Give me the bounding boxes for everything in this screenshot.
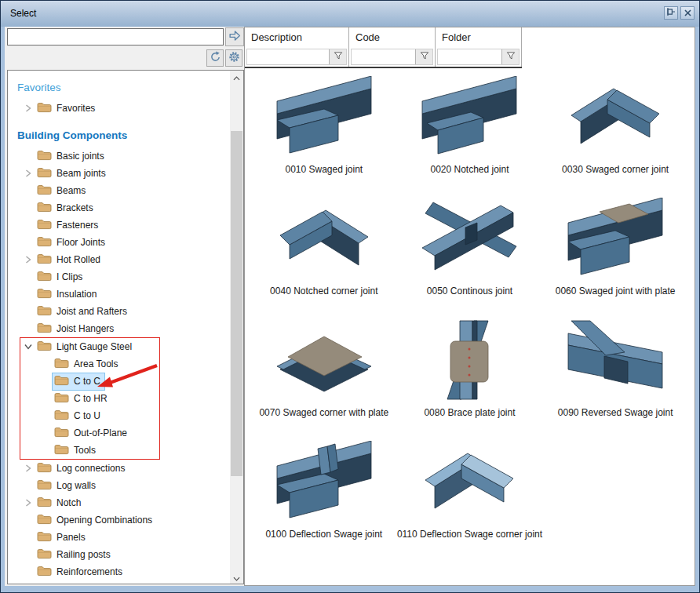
tree-item-label: Brackets [57,202,93,213]
chevron-right-icon[interactable] [22,169,35,177]
tree-item-label: Hot Rolled [57,254,100,265]
refresh-button[interactable] [206,49,224,67]
search-go-button[interactable] [225,27,244,46]
folder-icon [37,102,52,115]
filter-button-folder[interactable] [501,49,519,64]
chevron-right-icon[interactable] [22,464,35,472]
tree-item-beam-joints[interactable]: Beam joints [16,165,230,182]
tree-item-label: Fasteners [57,220,98,231]
component-card-0110-deflection-swage-corner-joint[interactable]: 0110 Deflection Swage corner joint [397,438,543,559]
tree-item-content: Joist and Rafters [35,303,132,321]
tree-item-content: Railing posts [35,546,115,564]
search-input[interactable] [7,28,224,45]
tree-item-joist-and-rafters[interactable]: Joist and Rafters [16,303,230,320]
select-dialog: Select FavoritesFavoritesBuilding Compon… [0,0,700,593]
chevron-right-icon[interactable] [22,256,35,264]
filter-input-description[interactable] [246,49,347,65]
tree-item-out-of-plane[interactable]: Out-of-Plane [20,424,159,442]
component-card-0080-brace-plate-joint[interactable]: 0080 Brace plate joint [397,316,543,438]
tree-item-content: Out-of-Plane [52,424,132,442]
tree-item-content: Hot Rolled [35,251,105,269]
tree-item-content: Fasteners [35,216,103,235]
tree-item-label: Beam joints [57,168,106,179]
filter-input-code[interactable] [351,49,433,65]
folder-icon [37,288,52,301]
tree-item-content: C to U [52,407,105,425]
folder-icon [54,409,69,423]
chevron-right-icon[interactable] [22,499,35,507]
tree-item-light-gauge-steel[interactable]: Light Gauge Steel [20,338,159,355]
close-button[interactable] [680,6,695,20]
component-thumbnail [421,198,517,282]
component-panel: DescriptionCodeFolder 0010 Swaged joint0… [244,27,695,586]
tree-item-reinforcements[interactable]: Reinforcements [16,563,230,580]
component-card-0090-reversed-swage-joint[interactable]: 0090 Reversed Swage joint [542,316,688,438]
tree-item-basic-joints[interactable]: Basic joints [16,147,230,165]
component-card-0020-notched-joint[interactable]: 0020 Notched joint [397,73,543,195]
component-thumbnail [421,76,517,161]
tree-item-tools[interactable]: Tools [20,442,159,459]
tree-item-area-tools[interactable]: Area Tools [20,355,159,373]
folder-icon [37,236,52,249]
settings-button[interactable] [225,49,242,67]
scrollbar-up-button[interactable] [230,71,243,83]
tree-item-content: Basic joints [35,147,109,166]
annotation-box: Light Gauge SteelArea ToolsC to CC to HR… [20,337,160,460]
component-card-0030-swaged-corner-joint[interactable]: 0030 Swaged corner joint [542,73,688,195]
folder-icon [37,184,52,198]
component-card-0040-notched-corner-joint[interactable]: 0040 Notched corner joint [251,195,397,316]
component-card-0100-deflection-swage-joint[interactable]: 0100 Deflection Swage joint [251,438,397,559]
tree-item-hot-rolled[interactable]: Hot Rolled [16,251,230,268]
component-thumbnail [276,319,372,404]
filter-icon [420,51,429,63]
pin-button[interactable] [664,6,678,20]
scrollbar-thumb[interactable] [231,131,242,476]
tree-item-log-connections[interactable]: Log connections [16,460,230,477]
component-label: 0060 Swaged joint with plate [556,286,676,296]
tree-item-railing-posts[interactable]: Railing posts [16,546,230,563]
component-card-0050-continous-joint[interactable]: 0050 Continous joint [397,195,543,316]
tree-item-c-to-u[interactable]: C to U [20,407,159,424]
filter-button-code[interactable] [415,49,432,64]
tree-item-favorites[interactable]: Favorites [16,100,230,117]
tree-item-beams[interactable]: Beams [16,182,230,199]
component-card-0010-swaged-joint[interactable]: 0010 Swaged joint [251,73,397,195]
chevron-right-icon[interactable] [22,104,35,112]
folder-icon [37,340,52,354]
tree-item-insulation[interactable]: Insulation [16,286,230,303]
titlebar[interactable]: Select [1,1,699,27]
tree-item-c-to-c[interactable]: C to C [20,373,159,390]
tree-item-label: Joist and Rafters [57,306,127,317]
component-card-0070-swaged-corner-with-plate[interactable]: 0070 Swaged corner with plate [251,316,397,438]
tree-item-log-walls[interactable]: Log walls [16,477,230,494]
tree-item-label: Notch [57,497,81,508]
column-label: Folder [436,27,521,43]
tree-scrollbar[interactable] [230,71,243,584]
tree-item-content: Tools [52,442,100,460]
tree-item-opening-combinations[interactable]: Opening Combinations [16,511,230,529]
chevron-down-icon[interactable] [22,344,35,350]
tree-item-panels[interactable]: Panels [16,529,230,546]
component-card-0060-swaged-joint-with-plate[interactable]: 0060 Swaged joint with plate [542,195,688,316]
tree-item-brackets[interactable]: Brackets [16,199,230,216]
tree-item-floor-joints[interactable]: Floor Joints [16,234,230,251]
tree-item-label: Reinforcements [57,566,122,577]
tree-item-i-clips[interactable]: I Clips [16,268,230,286]
tree-item-content: Joist Hangers [35,320,118,338]
folder-icon [37,566,52,579]
component-label: 0070 Swaged corner with plate [259,407,388,418]
tree-item-c-to-hr[interactable]: C to HR [20,390,159,407]
filter-button-description[interactable] [329,49,346,64]
tree-item-notch[interactable]: Notch [16,494,230,511]
tree-item-fasteners[interactable]: Fasteners [16,216,230,234]
tree-item-label: Tools [74,445,96,456]
tree-item-label: Panels [57,532,86,543]
scrollbar-down-button[interactable] [230,571,243,584]
tree-item-label: Floor Joints [57,237,105,248]
tree-item-joist-hangers[interactable]: Joist Hangers [16,320,230,337]
tree-item-content: Favorites [35,100,100,118]
go-arrow-icon [228,29,242,45]
component-thumbnail [276,198,372,282]
filter-input-folder[interactable] [437,49,520,65]
pin-icon [666,7,676,19]
